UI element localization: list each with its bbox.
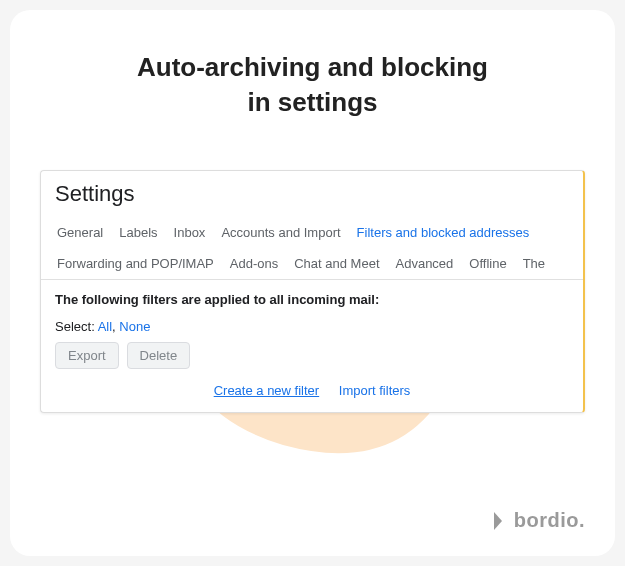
settings-tabs: General Labels Inbox Accounts and Import… (41, 213, 583, 280)
button-row: Export Delete (55, 342, 569, 369)
tab-labels[interactable]: Labels (111, 217, 165, 248)
title-line-2: in settings (247, 87, 377, 117)
tab-inbox[interactable]: Inbox (166, 217, 214, 248)
tab-accounts[interactable]: Accounts and Import (213, 217, 348, 248)
settings-panel: Settings General Labels Inbox Accounts a… (40, 170, 585, 413)
filter-action-links: Create a new filter Import filters (55, 383, 569, 398)
select-all-link[interactable]: All (98, 319, 112, 334)
select-label: Select: (55, 319, 95, 334)
tab-offline[interactable]: Offline (461, 248, 514, 279)
create-filter-link[interactable]: Create a new filter (214, 383, 320, 398)
select-row: Select: All, None (55, 319, 569, 334)
brand-text: bordio. (514, 509, 585, 532)
tab-chat[interactable]: Chat and Meet (286, 248, 387, 279)
brand-logo: bordio. (492, 509, 585, 532)
brand-icon (492, 510, 508, 532)
settings-heading: Settings (41, 171, 583, 213)
export-button[interactable]: Export (55, 342, 119, 369)
filter-section: The following filters are applied to all… (41, 280, 583, 412)
delete-button[interactable]: Delete (127, 342, 191, 369)
title-line-1: Auto-archiving and blocking (137, 52, 488, 82)
tab-addons[interactable]: Add-ons (222, 248, 286, 279)
select-none-link[interactable]: None (119, 319, 150, 334)
import-filters-link[interactable]: Import filters (339, 383, 411, 398)
filter-heading: The following filters are applied to all… (55, 292, 569, 307)
tab-themes[interactable]: The (515, 248, 553, 279)
tab-general[interactable]: General (49, 217, 111, 248)
tab-forwarding[interactable]: Forwarding and POP/IMAP (49, 248, 222, 279)
tab-filters[interactable]: Filters and blocked addresses (349, 217, 538, 248)
tab-advanced[interactable]: Advanced (388, 248, 462, 279)
page-title: Auto-archiving and blocking in settings (10, 50, 615, 120)
